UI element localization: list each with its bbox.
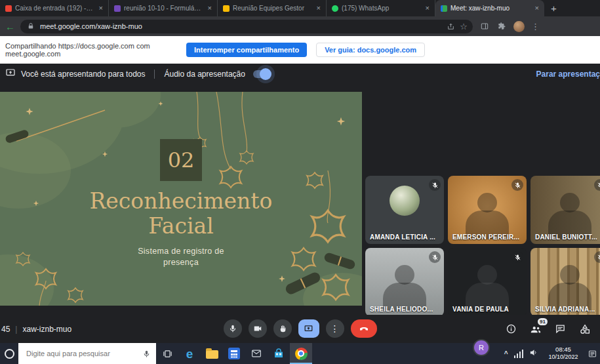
tab-title: Reunião Equipes Gestor bbox=[233, 5, 312, 12]
mic-off-icon bbox=[429, 251, 441, 263]
stop-sharing-button[interactable]: Interromper compartilhamento bbox=[186, 43, 307, 57]
cortana-icon bbox=[5, 349, 14, 359]
participant-name: EMERSON PEREIR... bbox=[452, 233, 519, 241]
side-panel-icon[interactable] bbox=[479, 21, 490, 31]
mic-off-icon bbox=[511, 179, 523, 191]
windows-taskbar: e ^ 08:45 10/10/2022 bbox=[0, 343, 600, 364]
participant-tile[interactable]: AMANDA LETICIA ... bbox=[365, 176, 444, 244]
chrome-taskbar-icon[interactable] bbox=[290, 343, 312, 364]
new-tab-button[interactable]: + bbox=[544, 1, 563, 16]
share-icon[interactable] bbox=[445, 21, 456, 31]
gmail-favicon bbox=[5, 5, 12, 12]
raise-hand-button[interactable] bbox=[273, 319, 292, 338]
participant-tile[interactable]: SILVIA ADRIANA... bbox=[530, 248, 600, 316]
whatsapp-favicon bbox=[332, 5, 338, 12]
url-text: meet.google.com/xaw-iznb-muo bbox=[40, 22, 441, 30]
network-icon[interactable] bbox=[514, 350, 524, 358]
view-tab-button[interactable]: Ver guia: docs.google.com bbox=[316, 43, 425, 57]
mic-off-icon bbox=[429, 179, 441, 191]
tab-gmail[interactable]: Caixa de entrada (192) - gis × bbox=[0, 0, 109, 16]
cortana-button[interactable] bbox=[0, 343, 18, 364]
share-message: Compartilhando https://docs.google.com c… bbox=[5, 42, 177, 58]
tab-title: reunião 10-10 - Formulários bbox=[124, 5, 203, 12]
tab-close-icon[interactable]: × bbox=[424, 4, 431, 12]
participant-tile[interactable]: DANIEL BUNIOTT... bbox=[530, 176, 600, 244]
mic-button[interactable] bbox=[224, 319, 242, 338]
tab-forms[interactable]: reunião 10-10 - Formulários × bbox=[109, 0, 218, 16]
edge-taskbar-icon[interactable]: e bbox=[178, 343, 201, 364]
browser-menu-icon[interactable]: ⋮ bbox=[531, 22, 540, 31]
participant-tile[interactable]: EMERSON PEREIR... bbox=[448, 176, 527, 244]
slides-favicon bbox=[223, 5, 230, 12]
participant-name: SILVIA ADRIANA... bbox=[535, 306, 595, 313]
person-silhouette bbox=[395, 265, 414, 285]
tab-whatsapp[interactable]: (175) WhatsApp × bbox=[327, 0, 435, 16]
avatar: R bbox=[473, 339, 490, 356]
tab-close-icon[interactable]: × bbox=[534, 4, 540, 12]
chat-button[interactable] bbox=[555, 323, 566, 334]
address-bar[interactable]: meet.google.com/xaw-iznb-muo ☆ bbox=[20, 20, 473, 33]
file-explorer-taskbar-icon[interactable] bbox=[201, 343, 223, 364]
browser-tab-bar: Caixa de entrada (192) - gis × reunião 1… bbox=[0, 0, 600, 16]
participant-tile[interactable]: SHEILA HELIODO... bbox=[365, 248, 444, 316]
slide-title-line2: Facial bbox=[0, 214, 362, 239]
present-screen-icon bbox=[5, 68, 16, 80]
extensions-puzzle-icon[interactable] bbox=[496, 21, 507, 31]
folder-icon bbox=[206, 350, 218, 359]
task-view-button[interactable] bbox=[156, 343, 178, 364]
stop-presenting-link[interactable]: Parar apresentaç bbox=[536, 70, 600, 79]
person-silhouette bbox=[477, 265, 497, 285]
person-silhouette bbox=[560, 265, 580, 285]
tab-close-icon[interactable]: × bbox=[315, 4, 322, 12]
mail-icon bbox=[250, 348, 262, 359]
mic-off-icon bbox=[511, 251, 523, 263]
calculator-icon bbox=[228, 348, 240, 359]
tab-slides[interactable]: Reunião Equipes Gestor × bbox=[218, 0, 327, 16]
presenting-status: Você está apresentando para todos bbox=[21, 70, 145, 79]
person-silhouette bbox=[560, 193, 580, 212]
action-center-icon[interactable] bbox=[588, 349, 597, 359]
meeting-code: xaw-iznb-muo bbox=[22, 325, 71, 334]
bookmark-star-icon[interactable]: ☆ bbox=[460, 22, 468, 31]
mic-off-icon bbox=[594, 179, 600, 191]
search-input[interactable] bbox=[25, 349, 136, 358]
taskbar-search[interactable] bbox=[18, 343, 156, 364]
mic-off-icon bbox=[594, 251, 600, 263]
people-button[interactable]: 91 bbox=[530, 323, 542, 335]
slide-number: 02 bbox=[168, 148, 195, 172]
more-options-button[interactable]: ⋮ bbox=[326, 319, 344, 338]
search-mic-icon[interactable] bbox=[142, 349, 151, 361]
screen-share-infobar: Compartilhando https://docs.google.com c… bbox=[0, 36, 600, 64]
presenting-bar: Você está apresentando para todos Áudio … bbox=[0, 64, 600, 84]
tab-title: Caixa de entrada (192) - gis bbox=[15, 5, 94, 12]
volume-icon[interactable] bbox=[529, 348, 539, 360]
chrome-icon bbox=[295, 348, 308, 360]
presentation-audio-label: Áudio da apresentação bbox=[164, 70, 245, 79]
tab-close-icon[interactable]: × bbox=[98, 4, 104, 12]
tab-meet-active[interactable]: Meet: xaw-iznb-muo × bbox=[435, 0, 544, 16]
tab-close-icon[interactable]: × bbox=[207, 4, 213, 12]
presentation-audio-toggle[interactable] bbox=[253, 70, 270, 78]
participant-tile[interactable]: VANIA DE PAULA bbox=[448, 248, 527, 316]
mail-taskbar-icon[interactable] bbox=[245, 343, 268, 364]
more-options-icon: ⋮ bbox=[330, 324, 340, 333]
toolbar-actions: ⋮ bbox=[479, 21, 540, 32]
slide-subtitle-line2: presença bbox=[0, 257, 362, 268]
tray-expand-icon[interactable]: ^ bbox=[504, 350, 508, 357]
meeting-details-button[interactable] bbox=[506, 323, 517, 334]
participant-name: SHEILA HELIODO... bbox=[370, 306, 433, 313]
divider bbox=[154, 70, 155, 79]
activities-button[interactable] bbox=[579, 323, 591, 335]
profile-avatar[interactable] bbox=[513, 21, 525, 32]
slide-number-box: 02 bbox=[160, 139, 202, 181]
meeting-info: 45 | xaw-iznb-muo bbox=[1, 315, 71, 343]
camera-button[interactable] bbox=[249, 319, 267, 338]
clock-date: 10/10/2022 bbox=[545, 354, 582, 361]
back-icon[interactable]: ← bbox=[5, 22, 15, 31]
calculator-taskbar-icon[interactable] bbox=[223, 343, 245, 364]
present-screen-button[interactable] bbox=[298, 319, 319, 338]
participant-name: AMANDA LETICIA ... bbox=[370, 233, 435, 241]
taskbar-clock[interactable]: 08:45 10/10/2022 bbox=[545, 346, 582, 361]
store-taskbar-icon[interactable] bbox=[268, 343, 290, 364]
leave-call-button[interactable] bbox=[351, 319, 377, 338]
